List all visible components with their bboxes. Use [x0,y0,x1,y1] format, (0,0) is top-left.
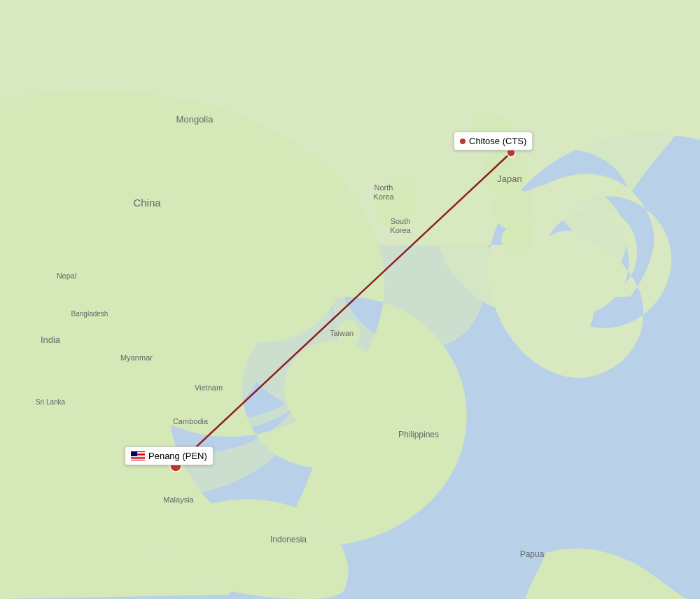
penang-label[interactable]: Penang (PEN) [125,446,214,465]
penang-label-text: Penang (PEN) [148,451,207,461]
svg-text:Korea: Korea [390,226,411,234]
svg-text:North: North [374,183,393,192]
svg-text:Philippines: Philippines [398,430,439,439]
chitose-label[interactable]: Chitose (CTS) [454,132,533,150]
svg-text:Indonesia: Indonesia [270,535,307,544]
chitose-label-text: Chitose (CTS) [469,136,526,146]
map-container: Mongolia China North Korea South Korea J… [0,0,700,599]
svg-text:India: India [41,334,61,345]
chitose-dot-indicator [460,139,465,144]
svg-text:Taiwan: Taiwan [330,329,354,337]
svg-text:China: China [133,197,161,209]
svg-text:Sri Lanka: Sri Lanka [36,398,66,406]
svg-text:Myanmar: Myanmar [120,353,153,362]
svg-text:Korea: Korea [373,192,394,201]
svg-text:Cambodia: Cambodia [173,417,209,425]
malaysia-flag-icon [131,451,145,461]
svg-text:Japan: Japan [497,174,522,184]
map-svg: Mongolia China North Korea South Korea J… [0,0,700,599]
svg-text:Nepal: Nepal [57,272,77,280]
svg-text:Papua: Papua [520,549,545,559]
svg-text:Mongolia: Mongolia [176,114,214,125]
svg-text:South: South [391,217,411,225]
svg-text:Bangladesh: Bangladesh [71,310,108,318]
svg-text:Malaysia: Malaysia [163,495,194,504]
svg-text:Vietnam: Vietnam [195,383,223,392]
